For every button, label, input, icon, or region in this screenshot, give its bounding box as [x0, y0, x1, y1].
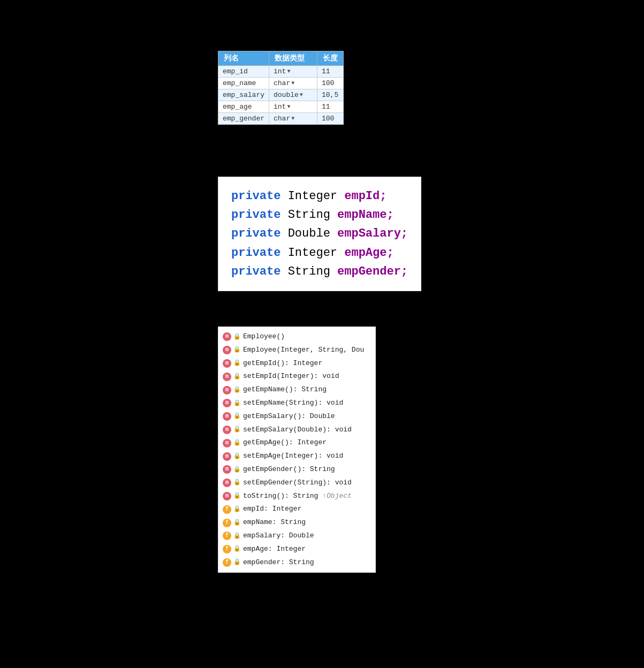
table-row: emp_age int ▼ 11 [218, 101, 344, 113]
col-length[interactable]: 10,5 [317, 89, 344, 101]
methods-list: m 🔒 Employee() m 🔒 Employee(Integer, Str… [218, 327, 376, 573]
badge-m: m [223, 386, 231, 394]
method-item[interactable]: m 🔒 setEmpId(Integer): void [218, 370, 375, 383]
badge-m: m [223, 492, 231, 500]
col-type[interactable]: char ▼ [269, 113, 317, 125]
col-type[interactable]: int ▼ [269, 101, 317, 113]
method-item[interactable]: f 🔒 empName: String [218, 516, 375, 529]
lock-icon: 🔒 [233, 438, 241, 448]
method-item[interactable]: m 🔒 Employee() [218, 330, 375, 344]
badge-f: f [223, 532, 231, 540]
lock-icon: 🔒 [233, 452, 241, 461]
col-type[interactable]: int ▼ [269, 66, 317, 78]
method-item[interactable]: m 🔒 getEmpAge(): Integer [218, 436, 375, 450]
col-header-name: 列名 [218, 51, 269, 66]
var-name: empName; [337, 208, 394, 222]
badge-m: m [223, 332, 231, 341]
method-item[interactable]: f 🔒 empAge: Integer [218, 543, 375, 556]
lock-icon: 🔒 [233, 385, 241, 395]
badge-m: m [223, 412, 231, 421]
method-text: getEmpGender(): String [243, 464, 335, 475]
code-line: private String empGender; [231, 262, 408, 281]
col-header-type: 数据类型 [269, 51, 317, 66]
lock-icon: 🔒 [233, 532, 241, 541]
col-name: emp_name [218, 78, 269, 89]
method-item[interactable]: m 🔒 Employee(Integer, String, Dou [218, 344, 375, 357]
keyword-private: private [231, 208, 281, 222]
badge-m: m [223, 346, 231, 354]
method-item[interactable]: m 🔒 toString(): String ↑Object [218, 490, 375, 503]
col-length[interactable]: 11 [317, 101, 344, 113]
type-name: Integer [288, 246, 337, 260]
badge-f: f [223, 558, 231, 567]
var-name: empId; [344, 189, 387, 203]
badge-f: f [223, 519, 231, 527]
table-row: emp_name char ▼ 100 [218, 78, 344, 89]
lock-icon: 🔒 [233, 412, 241, 421]
table-row: emp_salary double ▼ 10,5 [218, 89, 344, 101]
dropdown-arrow-icon[interactable]: ▼ [287, 69, 290, 74]
lock-icon: 🔒 [233, 544, 241, 554]
col-name: emp_gender [218, 113, 269, 125]
code-line: private Integer empId; [231, 187, 408, 206]
badge-m: m [223, 439, 231, 447]
method-text: Employee(Integer, String, Dou [243, 345, 364, 356]
type-name: Integer [288, 189, 337, 203]
method-text: toString(): String ↑Object [243, 491, 352, 502]
method-text: empId: Integer [243, 504, 301, 515]
table-row: emp_id int ▼ 11 [218, 66, 344, 78]
keyword-private: private [231, 265, 281, 278]
col-type[interactable]: double ▼ [269, 89, 317, 101]
keyword-private: private [231, 189, 281, 203]
lock-icon: 🔒 [233, 505, 241, 514]
var-name: empAge; [344, 246, 393, 260]
lock-icon: 🔒 [233, 372, 241, 382]
method-text: setEmpName(String): void [243, 398, 343, 409]
lock-icon: 🔒 [233, 345, 241, 355]
col-type[interactable]: char ▼ [269, 78, 317, 89]
method-item[interactable]: m 🔒 getEmpName(): String [218, 383, 375, 397]
badge-f: f [223, 545, 231, 553]
method-item[interactable]: f 🔒 empSalary: Double [218, 529, 375, 543]
badge-m: m [223, 373, 231, 381]
badge-m: m [223, 399, 231, 407]
method-text: getEmpAge(): Integer [243, 437, 327, 449]
col-length[interactable]: 100 [317, 113, 344, 125]
col-name: emp_id [218, 66, 269, 78]
col-length[interactable]: 11 [317, 66, 344, 78]
method-item[interactable]: m 🔒 getEmpSalary(): Double [218, 410, 375, 423]
badge-m: m [223, 426, 231, 434]
method-item[interactable]: f 🔒 empId: Integer [218, 503, 375, 516]
col-name: emp_age [218, 101, 269, 113]
lock-icon: 🔒 [233, 425, 241, 435]
method-text: empSalary: Double [243, 530, 314, 542]
db-table-section: 列名 数据类型 长度 emp_id int ▼ 11 emp_name char… [218, 51, 344, 125]
var-name: empGender; [337, 265, 408, 278]
method-text: getEmpId(): Integer [243, 358, 322, 369]
lock-icon: 🔒 [233, 399, 241, 408]
code-line: private String empName; [231, 206, 408, 224]
method-text: setEmpId(Integer): void [243, 371, 339, 382]
badge-m: m [223, 359, 231, 368]
method-item[interactable]: f 🔒 empGender: String [218, 556, 375, 570]
method-item[interactable]: m 🔒 setEmpGender(String): void [218, 476, 375, 490]
method-item[interactable]: m 🔒 setEmpSalary(Double): void [218, 423, 375, 437]
lock-icon: 🔒 [233, 518, 241, 528]
dropdown-arrow-icon[interactable]: ▼ [287, 104, 290, 110]
col-header-length: 长度 [317, 51, 344, 66]
method-text: Employee() [243, 331, 285, 343]
dropdown-arrow-icon[interactable]: ▼ [300, 92, 303, 98]
method-text: empAge: Integer [243, 544, 306, 555]
dropdown-arrow-icon[interactable]: ▼ [291, 80, 294, 86]
method-item[interactable]: m 🔒 setEmpName(String): void [218, 397, 375, 410]
method-item[interactable]: m 🔒 getEmpId(): Integer [218, 357, 375, 370]
dropdown-arrow-icon[interactable]: ▼ [291, 116, 294, 122]
lock-icon: 🔒 [233, 478, 241, 488]
badge-m: m [223, 479, 231, 487]
method-item[interactable]: m 🔒 getEmpGender(): String [218, 463, 375, 476]
method-item[interactable]: m 🔒 setEmpAge(Integer): void [218, 450, 375, 463]
col-length[interactable]: 100 [317, 78, 344, 89]
method-text: empName: String [243, 517, 306, 528]
badge-f: f [223, 505, 231, 514]
var-name: empSalary; [337, 227, 408, 240]
